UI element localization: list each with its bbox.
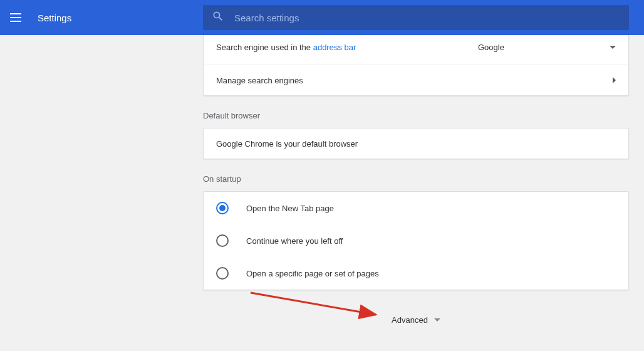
startup-option-label: Open a specific page or set of pages — [246, 269, 379, 278]
startup-option-new-tab[interactable]: Open the New Tab page — [204, 192, 628, 224]
startup-option-continue[interactable]: Continue where you left off — [204, 224, 628, 257]
settings-content: Search engine used in the address bar Go… — [203, 35, 629, 335]
on-startup-card: Open the New Tab page Continue where you… — [203, 191, 629, 290]
search-engine-label-text: Search engine used in the — [216, 43, 313, 52]
dropdown-caret-icon — [610, 46, 616, 49]
default-browser-row: Google Chrome is your default browser — [204, 128, 628, 159]
radio-unselected-icon[interactable] — [216, 267, 229, 280]
chevron-right-icon — [613, 77, 616, 83]
page-title: Settings — [38, 13, 71, 23]
manage-search-engines-label: Manage search engines — [216, 76, 303, 85]
search-engine-value: Google — [478, 43, 504, 52]
chevron-down-icon — [434, 318, 440, 322]
radio-unselected-icon[interactable] — [216, 234, 229, 247]
startup-option-label: Continue where you left off — [246, 236, 343, 246]
search-input[interactable] — [234, 13, 620, 23]
startup-option-specific[interactable]: Open a specific page or set of pages — [204, 257, 628, 290]
search-engine-dropdown[interactable]: Google — [478, 43, 616, 52]
search-container[interactable] — [203, 5, 629, 30]
search-engine-label: Search engine used in the address bar — [216, 43, 356, 52]
address-bar-link[interactable]: address bar — [313, 43, 356, 52]
startup-option-label: Open the New Tab page — [246, 204, 334, 213]
on-startup-section-label: On startup — [203, 174, 629, 184]
manage-search-engines-row[interactable]: Manage search engines — [204, 65, 628, 95]
menu-icon[interactable] — [10, 10, 25, 25]
default-browser-card: Google Chrome is your default browser — [203, 128, 629, 159]
app-header: Settings — [0, 0, 644, 35]
default-browser-section-label: Default browser — [203, 111, 629, 120]
advanced-label: Advanced — [392, 315, 428, 325]
search-engine-card: Search engine used in the address bar Go… — [203, 35, 629, 96]
advanced-toggle[interactable]: Advanced — [203, 305, 629, 335]
radio-selected-icon[interactable] — [216, 202, 229, 214]
default-browser-message: Google Chrome is your default browser — [216, 139, 358, 149]
search-engine-row[interactable]: Search engine used in the address bar Go… — [204, 35, 628, 65]
search-icon — [212, 10, 224, 25]
